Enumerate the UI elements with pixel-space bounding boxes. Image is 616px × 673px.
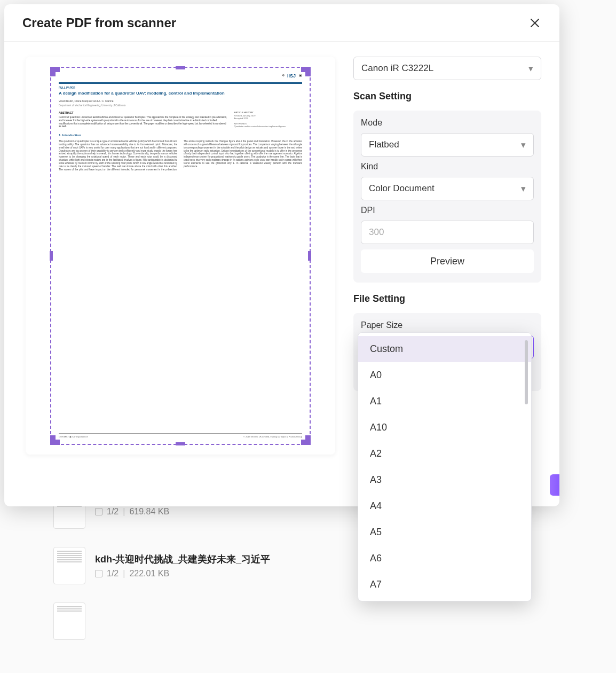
mode-label: Mode bbox=[361, 118, 534, 128]
file-meta: 1/2 | 222.01 KB bbox=[95, 569, 270, 578]
primary-action-button[interactable] bbox=[550, 474, 559, 496]
dropdown-option[interactable]: A5 bbox=[358, 519, 531, 545]
dpi-input[interactable]: 300 bbox=[361, 221, 534, 244]
kind-select[interactable]: Color Document ▾ bbox=[361, 177, 534, 200]
kind-label: Kind bbox=[361, 162, 534, 171]
dropdown-option[interactable]: A3 bbox=[358, 467, 531, 493]
scan-setting-heading: Scan Setting bbox=[353, 91, 541, 102]
file-size: 222.01 KB bbox=[129, 569, 169, 578]
app-background: 1/2 | 619.84 KB kdh-共迎时代挑战_共建美好未来_习近平 1/… bbox=[0, 0, 616, 673]
crop-frame[interactable]: 🄯IISJ▣ FULL PAPER A design modification … bbox=[50, 67, 311, 445]
dropdown-option[interactable]: Custom bbox=[358, 336, 531, 362]
close-button[interactable] bbox=[525, 13, 544, 33]
close-icon bbox=[530, 18, 540, 28]
chevron-down-icon: ▾ bbox=[521, 139, 526, 151]
chevron-down-icon: ▾ bbox=[521, 183, 526, 194]
file-thumb bbox=[53, 547, 85, 584]
modal-header: Create PDF from scanner bbox=[4, 4, 559, 42]
dropdown-option[interactable]: A6 bbox=[358, 545, 531, 572]
chevron-down-icon: ▾ bbox=[528, 63, 533, 74]
doc-title: A design modification for a quadrotor UA… bbox=[59, 91, 302, 96]
file-size: 619.84 KB bbox=[129, 507, 169, 517]
scanner-selected: Canon iR C3222L bbox=[361, 63, 433, 74]
scan-setting-group: Mode Flatbed ▾ Kind Color Document ▾ DPI… bbox=[353, 111, 541, 283]
paper-size-dropdown[interactable]: Custom A0 A1 A10 A2 A3 A4 A5 A6 A7 bbox=[358, 332, 532, 601]
copy-icon bbox=[95, 570, 102, 577]
dropdown-option[interactable]: A2 bbox=[358, 441, 531, 467]
paper-size-label: Paper Size bbox=[361, 320, 534, 330]
file-pages: 1/2 bbox=[107, 507, 119, 517]
file-row[interactable] bbox=[53, 602, 589, 640]
dpi-label: DPI bbox=[361, 206, 534, 215]
copy-icon bbox=[95, 508, 102, 515]
dropdown-option[interactable]: A1 bbox=[358, 388, 531, 414]
scanner-select[interactable]: Canon iR C3222L ▾ bbox=[353, 57, 541, 80]
file-thumb bbox=[53, 602, 85, 640]
scanned-document: 🄯IISJ▣ FULL PAPER A design modification … bbox=[59, 73, 302, 439]
dropdown-option[interactable]: A4 bbox=[358, 493, 531, 519]
mode-select[interactable]: Flatbed ▾ bbox=[361, 133, 534, 156]
dropdown-option[interactable]: A10 bbox=[358, 414, 531, 441]
file-meta: 1/2 | 619.84 KB bbox=[95, 507, 169, 517]
dropdown-scrollbar[interactable] bbox=[525, 340, 528, 593]
scan-preview-pane: 🄯IISJ▣ FULL PAPER A design modification … bbox=[26, 57, 335, 455]
preview-button[interactable]: Preview bbox=[361, 249, 534, 273]
dropdown-option[interactable]: A7 bbox=[358, 572, 531, 598]
file-setting-heading: File Setting bbox=[353, 293, 541, 304]
file-pages: 1/2 bbox=[107, 569, 119, 578]
modal-title: Create PDF from scanner bbox=[22, 15, 176, 30]
dropdown-option[interactable]: A0 bbox=[358, 362, 531, 388]
file-title: kdh-共迎时代挑战_共建美好未来_习近平 bbox=[95, 553, 270, 566]
